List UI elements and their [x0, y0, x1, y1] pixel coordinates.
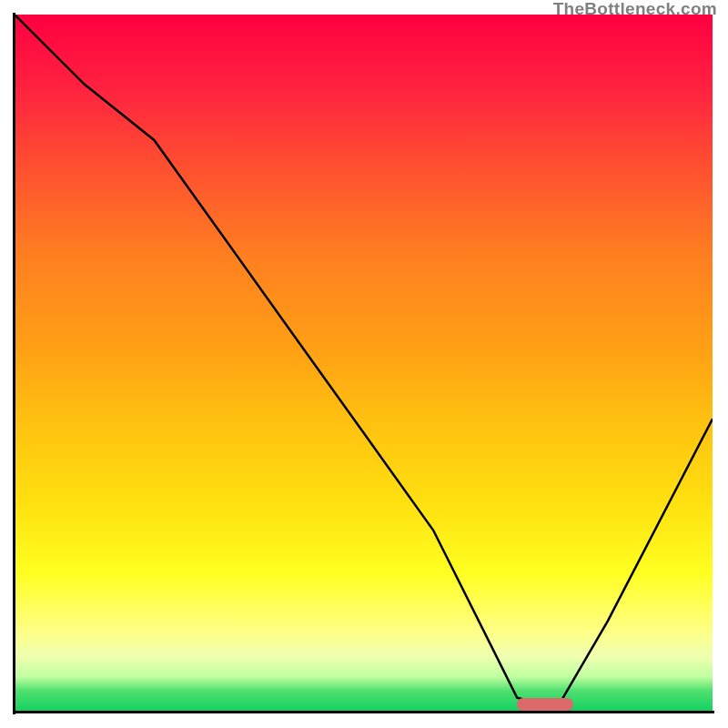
y-axis [13, 13, 15, 714]
bottleneck-curve-line [15, 15, 713, 704]
bottleneck-chart: TheBottleneck.com [0, 0, 728, 728]
curve-svg [15, 15, 713, 712]
watermark-text: TheBottleneck.com [553, 0, 717, 19]
optimal-range-marker [517, 698, 572, 711]
x-axis [13, 711, 714, 713]
